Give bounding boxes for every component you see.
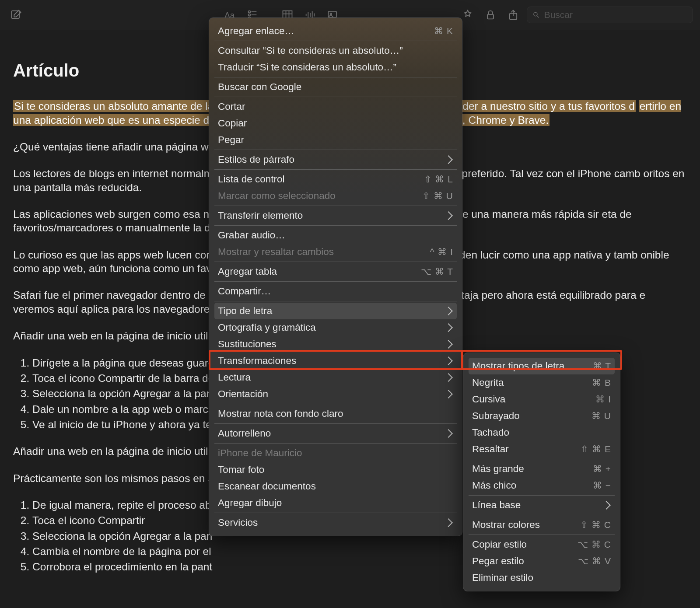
menu-item: iPhone de Mauricio [214,445,457,461]
menu-item[interactable]: Compartir… [214,283,457,300]
menu-item[interactable]: Cursiva⌘ I [469,391,615,408]
chevron-right-icon [444,356,453,365]
menu-item: Marcar como seleccionado⇧ ⌘ U [214,188,457,204]
menu-item-label: Tipo de letra [218,305,272,317]
menu-item[interactable]: Agregar dibujo [214,495,457,511]
menu-item-label: Resaltar [472,444,509,455]
menu-item[interactable]: Agregar tabla⌥ ⌘ T [214,263,457,280]
menu-item[interactable]: Pegar [214,132,457,148]
menu-item[interactable]: Autorrelleno [214,425,457,442]
menu-item[interactable]: Tomar foto [214,461,457,478]
menu-item[interactable]: Copiar [214,115,457,132]
chevron-right-icon [444,390,453,398]
menu-item-label: Agregar tabla [218,266,277,277]
menu-item-label: iPhone de Mauricio [218,447,302,459]
search-field[interactable] [527,7,693,23]
svg-line-23 [537,16,539,17]
svg-point-4 [248,14,251,16]
menu-item[interactable]: Mostrar nota con fondo claro [214,405,457,422]
menu-hotkey: ⌥ ⌘ V [578,556,611,566]
menu-item[interactable]: Mostrar colores⇧ ⌘ C [469,517,615,533]
menu-item[interactable]: Más chico⌘ − [469,477,615,494]
menu-item-label: Línea base [472,500,521,511]
menu-item-label: Cursiva [472,394,505,405]
menu-hotkey: ⌥ ⌘ C [578,539,611,550]
menu-item[interactable]: Eliminar estilo [469,570,615,586]
menu-item[interactable]: Negrita⌘ B [469,374,615,391]
menu-item[interactable]: Resaltar⇧ ⌘ E [469,441,615,458]
menu-item-label: Eliminar estilo [472,572,533,584]
menu-item-label: Ortografía y gramática [218,322,316,333]
menu-item-label: Mostrar tipos de letra [472,360,564,372]
menu-item-label: Más grande [472,463,524,475]
context-menu[interactable]: Agregar enlace…⌘ KConsultar “Si te consi… [209,17,462,536]
menu-item[interactable]: Transformaciones [214,353,457,369]
menu-item-label: Copiar estilo [472,539,527,550]
menu-item[interactable]: Grabar audio… [214,227,457,244]
menu-item[interactable]: Lectura [214,369,457,386]
menu-hotkey: ^ ⌘ I [430,247,453,257]
font-submenu[interactable]: Mostrar tipos de letra⌘ TNegrita⌘ BCursi… [463,353,620,591]
menu-hotkey: ⌘ − [593,480,611,491]
menu-item[interactable]: Línea base [469,497,615,514]
menu-item-label: Tomar foto [218,464,264,475]
menu-item-label: Consultar “Si te consideras un absoluto…… [218,45,403,56]
menu-item[interactable]: Orientación [214,386,457,402]
menu-item-label: Más chico [472,480,516,491]
menu-item[interactable]: Copiar estilo⌥ ⌘ C [469,536,615,553]
menu-item-label: Traducir “Si te consideras un absoluto…” [218,62,396,73]
menu-item[interactable]: Cortar [214,98,457,115]
menu-item-label: Tachado [472,427,509,438]
menu-hotkey: ⇧ ⌘ U [422,191,453,201]
menu-item-label: Autorrelleno [218,428,271,439]
menu-item-label: Lista de control [218,174,285,185]
menu-item[interactable]: Tipo de letra [214,303,457,319]
menu-item-label: Cortar [218,101,245,112]
menu-item-label: Grabar audio… [218,230,285,241]
menu-item-label: Pegar estilo [472,556,524,567]
menu-hotkey: ⌥ ⌘ T [421,266,453,277]
menu-item-label: Negrita [472,377,504,388]
menu-item[interactable]: Mostrar tipos de letra⌘ T [469,358,615,374]
menu-item[interactable]: Transferir elemento [214,207,457,224]
menu-item[interactable]: Sustituciones [214,336,457,353]
menu-item[interactable]: Consultar “Si te consideras un absoluto…… [214,42,457,59]
share-icon[interactable] [504,6,522,24]
menu-hotkey: ⇧ ⌘ L [424,174,453,185]
chevron-right-icon [444,340,453,349]
search-input[interactable] [544,10,687,20]
menu-item-label: Marcar como seleccionado [218,190,336,202]
menu-hotkey: ⌘ B [592,377,611,388]
menu-hotkey: ⌘ U [592,411,611,421]
chevron-right-icon [444,323,453,332]
menu-hotkey: ⌘ I [595,394,611,405]
menu-item[interactable]: Traducir “Si te consideras un absoluto…” [214,59,457,76]
highlighted-text: Si te consideras un absoluto amante de l… [13,100,214,112]
menu-hotkey: ⇧ ⌘ E [581,444,611,454]
menu-item[interactable]: Ortografía y gramática [214,319,457,336]
menu-item[interactable]: Lista de control⇧ ⌘ L [214,171,457,188]
menu-item[interactable]: Subrayado⌘ U [469,408,615,424]
menu-item[interactable]: Escanear documentos [214,478,457,495]
chevron-right-icon [444,307,453,315]
menu-item-label: Agregar enlace… [218,25,294,37]
menu-item-label: Mostrar nota con fondo claro [218,408,343,419]
lock-icon[interactable] [481,6,500,24]
menu-item-label: Agregar dibujo [218,497,282,509]
chevron-right-icon [444,373,453,382]
menu-item[interactable]: Pegar estilo⌥ ⌘ V [469,553,615,570]
menu-item-label: Compartir… [218,286,271,297]
menu-item-label: Sustituciones [218,339,276,350]
menu-item[interactable]: Tachado [469,424,615,441]
chevron-right-icon [602,501,611,510]
menu-item[interactable]: Más grande⌘ + [469,461,615,477]
menu-item[interactable]: Estilos de párrafo [214,151,457,168]
chevron-right-icon [444,211,453,220]
menu-item[interactable]: Buscar con Google [214,79,457,95]
menu-item[interactable]: Servicios [214,514,457,531]
menu-hotkey: ⌘ T [593,361,611,371]
compose-icon[interactable] [7,6,25,24]
menu-item-label: Lectura [218,372,251,383]
menu-item-label: Estilos de párrafo [218,154,294,165]
menu-item[interactable]: Agregar enlace…⌘ K [214,23,457,39]
